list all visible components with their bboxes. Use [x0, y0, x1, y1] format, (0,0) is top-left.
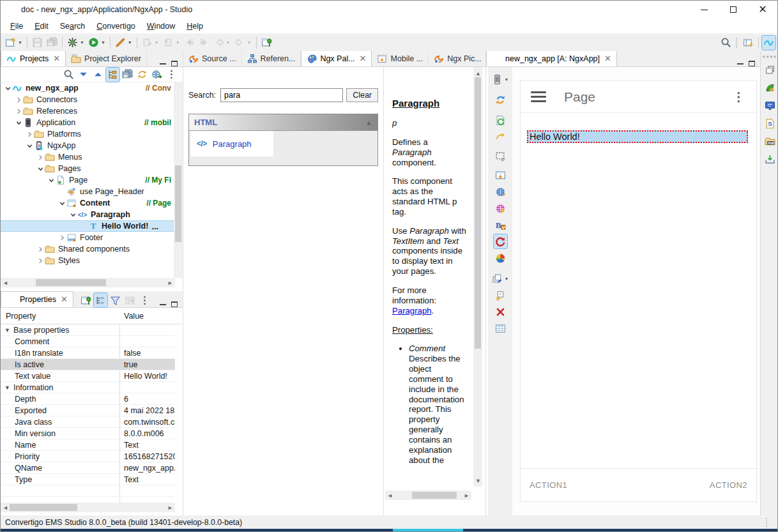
chevron-down-icon[interactable]: ▼ — [4, 384, 10, 391]
build-app-button[interactable]: B — [494, 218, 507, 232]
close-tab-icon[interactable]: ✕ — [53, 54, 60, 63]
action2-button[interactable]: ACTION2 — [710, 480, 747, 490]
palette-search-input[interactable] — [220, 88, 343, 102]
tree-item-pages[interactable]: Pages — [1, 163, 174, 174]
trim-drag-handle[interactable]: ●●●● — [762, 54, 777, 59]
link-editor-button[interactable] — [106, 68, 119, 82]
reload-page-button[interactable] — [494, 113, 507, 127]
tree-item-ngxapp[interactable]: ANgxApp — [1, 140, 174, 151]
categorized-button[interactable] — [94, 293, 107, 307]
open-perspective-button[interactable] — [742, 36, 755, 50]
menu-window[interactable]: Window — [141, 20, 181, 33]
minimize-view-icon[interactable] — [737, 63, 744, 65]
chevron-down-icon[interactable] — [36, 164, 45, 173]
doc-link[interactable]: Paragraph — [392, 306, 432, 315]
property-row-exported[interactable]: Exported4 mai 2022 18:3 — [1, 405, 175, 416]
tree-item-platforms[interactable]: Platforms — [1, 128, 174, 140]
add-component-button[interactable] — [494, 288, 507, 302]
filter-button[interactable] — [109, 293, 122, 307]
chevron-right-icon[interactable] — [36, 256, 45, 265]
property-row-text-value[interactable]: Text valueHello World! — [1, 370, 175, 382]
menu-file[interactable]: File — [4, 20, 29, 33]
property-row-depth[interactable]: Depth6 — [1, 393, 175, 405]
close-button[interactable]: ✕ — [748, 1, 777, 19]
chevron-down-icon[interactable] — [14, 118, 23, 127]
property-row-name[interactable]: NameText — [1, 439, 175, 451]
tab-source[interactable]: Source ... — [183, 51, 242, 66]
tab-project-explorer[interactable]: Project Explorer — [66, 51, 147, 66]
git-view-button[interactable]: GIT — [763, 134, 777, 148]
device-selector-button[interactable]: ▼ — [491, 72, 510, 86]
palette-clear-button[interactable]: Clear — [346, 88, 378, 102]
tree-item-references[interactable]: References — [1, 105, 174, 117]
minimize-button[interactable] — [689, 1, 719, 19]
property-row-information[interactable]: ▼Information — [1, 382, 175, 393]
chevron-right-icon[interactable] — [36, 153, 45, 162]
monitor-view-button[interactable] — [763, 98, 777, 112]
tree-item-shared-components[interactable]: Shared components — [1, 243, 174, 255]
collapse-group-icon[interactable]: ▲ — [365, 119, 372, 126]
tree-item-menus[interactable]: Menus — [1, 151, 174, 163]
maximize-view-icon[interactable] — [171, 301, 178, 307]
chevron-right-icon[interactable] — [57, 233, 66, 242]
save-all-button[interactable] — [121, 68, 134, 82]
tab-ngx-pic[interactable]: Ngx Pic... — [429, 51, 485, 66]
screenshot-selection-button[interactable] — [494, 149, 507, 163]
maximize-button[interactable] — [719, 1, 748, 19]
tab-properties[interactable]: Properties ✕ — [1, 291, 73, 307]
palette-group-header[interactable]: HTML ▲ — [189, 114, 378, 131]
tree-item-new-ngx-app[interactable]: new_ngx_app// Conv — [1, 82, 174, 94]
property-row-java-class[interactable]: Java classcom.twinsoft.co — [1, 416, 175, 428]
selected-paragraph[interactable]: Hello World! — [527, 130, 748, 143]
chevron-down-icon[interactable] — [47, 176, 56, 185]
deploy-button[interactable]: ▼ — [114, 36, 133, 50]
expand-all-button[interactable] — [91, 68, 105, 82]
overflow-menu-icon[interactable]: ⋮ — [733, 89, 745, 104]
tab-projects[interactable]: Projects✕ — [1, 51, 66, 66]
grid-view-button[interactable] — [494, 321, 507, 335]
tree-item-styles[interactable]: Styles — [1, 255, 174, 266]
tree-item-paragraph[interactable]: </>Paragraph — [1, 209, 174, 220]
property-row-is-active[interactable]: Is activetrue — [1, 359, 175, 370]
action1-button[interactable]: ACTION1 — [530, 480, 567, 490]
search-button[interactable] — [719, 36, 733, 50]
pin-property-button[interactable] — [79, 293, 93, 307]
delete-component-button[interactable] — [494, 305, 507, 319]
minimize-view-icon[interactable] — [160, 303, 166, 305]
chevron-down-icon[interactable] — [3, 84, 12, 93]
web-globe-button[interactable] — [494, 185, 507, 199]
convertigo-perspective-button[interactable] — [762, 36, 775, 50]
palette-item-paragraph[interactable]: </> Paragraph — [190, 131, 273, 156]
chevron-right-icon[interactable] — [36, 245, 45, 254]
minimize-view-icon[interactable] — [160, 63, 166, 65]
chevron-right-icon[interactable] — [14, 95, 23, 104]
menu-search[interactable]: Search — [54, 20, 91, 33]
property-row-i18n-translate[interactable]: I18n translatefalse — [1, 347, 175, 359]
property-row-base-properties[interactable]: ▼Base properties — [1, 324, 175, 336]
view-menu-button[interactable] — [165, 68, 178, 82]
open-in-browser-button[interactable] — [494, 168, 507, 182]
new-wizard-button[interactable]: ▼ — [4, 36, 24, 50]
collapse-all-button[interactable] — [77, 68, 90, 82]
hamburger-menu-icon[interactable] — [531, 89, 546, 105]
schema-view-button[interactable]: S — [763, 116, 777, 130]
tree-item-content[interactable]: Content// Page — [1, 197, 174, 209]
doc-horizontal-scrollbar[interactable]: ◄ ► — [385, 490, 471, 500]
property-row-comment[interactable]: Comment — [1, 336, 175, 347]
tree-item-use-page-header[interactable]: use Page_Header — [1, 186, 174, 197]
tab-mobile[interactable]: Mobile ... — [372, 51, 429, 66]
statistics-button[interactable] — [494, 251, 507, 265]
tab-ngx-pal[interactable]: Ngx Pal...✕ — [301, 51, 372, 66]
run-button[interactable]: ▼ — [87, 36, 107, 50]
search-button[interactable] — [62, 68, 75, 82]
import-view-button[interactable] — [763, 152, 777, 166]
property-row-priority[interactable]: Priority1651682715201 — [1, 451, 175, 462]
pin-editor-button[interactable] — [260, 36, 273, 50]
chevron-down-icon[interactable] — [25, 141, 34, 150]
maximize-view-icon[interactable] — [749, 61, 755, 66]
tab-app-editor[interactable]: new_ngx_app [A: NgxApp] ✕ — [486, 51, 617, 66]
menu-help[interactable]: Help — [181, 20, 209, 33]
refresh-browser-button[interactable] — [494, 93, 507, 107]
menu-convertigo[interactable]: Convertigo — [91, 20, 141, 33]
edit-style-button[interactable]: ▼ — [491, 271, 510, 285]
